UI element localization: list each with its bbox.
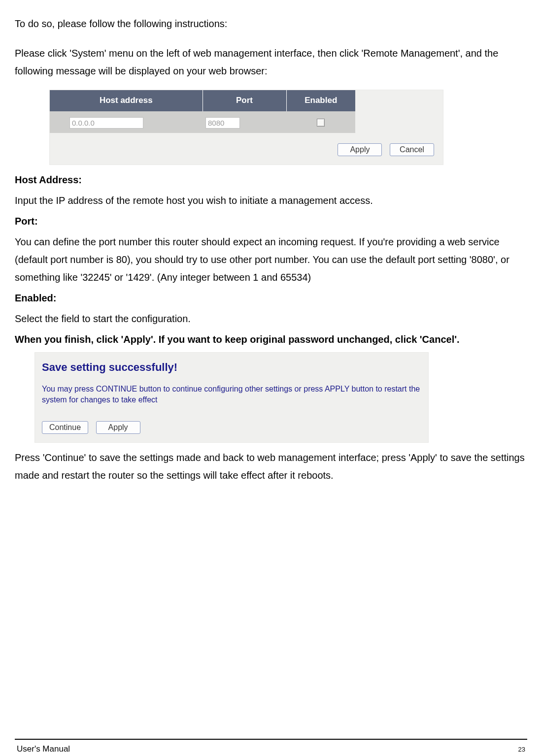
port-text: You can define the port number this rout… — [15, 233, 527, 286]
intro-line-2: Please click 'System' menu on the left o… — [15, 44, 527, 80]
page-footer: User's Manual 23 — [15, 739, 527, 756]
th-port: Port — [203, 90, 286, 111]
apply-button[interactable]: Apply — [338, 143, 382, 156]
port-input[interactable] — [205, 117, 240, 129]
save-button-row: Continue Apply — [42, 418, 421, 435]
th-enabled: Enabled — [286, 90, 355, 111]
enabled-checkbox[interactable] — [317, 119, 325, 127]
cancel-button[interactable]: Cancel — [390, 143, 434, 156]
panel-button-row: Apply Cancel — [50, 133, 443, 164]
footer-title: User's Manual — [17, 742, 70, 756]
after-save-text: Press 'Continue' to save the settings ma… — [15, 449, 527, 484]
enabled-label: Enabled: — [15, 289, 527, 307]
host-address-text: Input the IP address of the remote host … — [15, 192, 527, 209]
save-success-title: Save setting successfully! — [42, 358, 421, 377]
host-address-label: Host Address: — [15, 171, 527, 189]
intro-line-1: To do so, please follow the following in… — [15, 15, 527, 33]
host-address-input[interactable] — [69, 117, 143, 129]
finish-text: When you finish, click 'Apply'. If you w… — [15, 330, 527, 348]
th-host-address: Host address — [50, 90, 203, 111]
enabled-text: Select the field to start the configurat… — [15, 310, 527, 328]
save-success-panel: Save setting successfully! You may press… — [34, 352, 429, 443]
apply-button-save[interactable]: Apply — [96, 421, 140, 434]
port-label: Port: — [15, 212, 527, 230]
continue-button[interactable]: Continue — [42, 421, 88, 434]
save-success-desc: You may press CONTINUE button to continu… — [42, 384, 421, 405]
remote-management-panel: Host address Port Enabled Apply Cancel — [49, 90, 443, 165]
remote-table: Host address Port Enabled — [50, 90, 355, 133]
footer-page-number: 23 — [518, 742, 525, 756]
